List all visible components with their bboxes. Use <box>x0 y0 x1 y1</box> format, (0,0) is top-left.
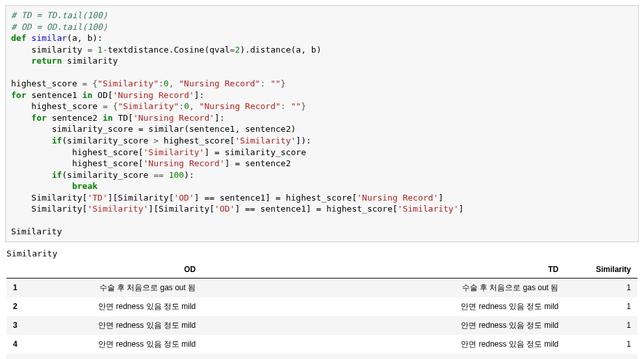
cell-sim: 0.189737 <box>565 354 638 359</box>
code-string: 'Nursing Record' <box>133 113 214 123</box>
code-string: 'Similarity' <box>235 136 296 145</box>
code-text: Similarity <box>11 227 62 236</box>
code-text: , <box>169 79 179 88</box>
code-text: highest_score <box>72 147 138 157</box>
code-keyword: return <box>31 56 62 66</box>
code-keyword: break <box>72 181 97 191</box>
code-text: = { <box>97 101 118 111</box>
code-string: 'Similarity' <box>144 147 205 157</box>
code-string: "Nursing Record" <box>200 101 281 111</box>
code-text: similarity_score <box>67 136 148 145</box>
code-text: ): <box>184 170 194 180</box>
code-text: ( <box>62 136 67 145</box>
code-text: [ <box>138 158 144 168</box>
code-keyword: in <box>83 90 93 100</box>
code-text: = { <box>77 79 97 88</box>
cell-sim: 1 <box>565 297 638 316</box>
code-text: = <box>83 45 97 55</box>
code-text: similarity_score <box>67 170 148 180</box>
code-string: 'Similarity' <box>398 204 459 214</box>
cell-od: 안면 redness 있음 정도 mild <box>36 335 202 354</box>
code-text: sentence2 <box>52 113 97 123</box>
code-string: "" <box>270 79 281 88</box>
code-text: } <box>281 79 286 88</box>
code-text: ][Similarity[ <box>148 204 214 214</box>
cell-td: 수술 후 처음으로 gas out 됨 <box>202 278 565 297</box>
code-text: ] == sentence1] = highest_score[ <box>235 204 397 214</box>
cell-td: 안면 redness 있음 정도 mild <box>202 335 565 354</box>
code-text: ] <box>225 158 230 168</box>
code-text: similarity <box>31 45 82 55</box>
code-keyword: def <box>11 33 26 43</box>
table-row: 3 안면 redness 있음 정도 mild 안면 redness 있음 정도… <box>6 316 638 335</box>
code-string: 'OD' <box>174 193 194 203</box>
code-text: ] <box>459 204 464 214</box>
code-text: : <box>179 101 184 111</box>
row-index: 2 <box>6 297 36 316</box>
code-string: "Similarity" <box>97 79 159 88</box>
code-text: highest_score <box>31 101 97 111</box>
code-string: "Similarity" <box>118 101 179 111</box>
code-text: textdistance.Cosine(qval <box>108 45 230 55</box>
code-keyword: if <box>52 170 62 180</box>
code-text: highest_score <box>11 79 77 88</box>
code-text: sentence1 <box>31 90 77 100</box>
code-number: 0 <box>164 79 169 88</box>
code-text: , <box>189 101 200 111</box>
similarity-table: OD TD Similarity 1 수술 후 처음으로 gas out 됨 수… <box>6 261 638 359</box>
col-od: OD <box>36 261 202 279</box>
code-text: ]: <box>214 113 225 123</box>
code-keyword: in <box>103 113 113 123</box>
code-text: = similarity_score <box>209 147 306 157</box>
cell-sim: 1 <box>565 335 638 354</box>
code-text: ] == sentence1] = highest_score[ <box>194 193 357 203</box>
code-text: Similarity[ <box>31 193 87 203</box>
code-string: 'Nursing Record' <box>357 193 438 203</box>
code-text: ]): <box>296 136 311 145</box>
table-row: 5 opwd C-PCD dressing 함 permanent cathet… <box>6 354 638 359</box>
row-index: 3 <box>6 316 36 335</box>
code-text: similarity_score <box>52 124 133 134</box>
code-cell: # TD = TD.tail(100) # OD = OD.tail(100) … <box>5 5 639 242</box>
code-text: ]: <box>194 90 205 100</box>
code-keyword: if <box>52 136 62 145</box>
row-index: 1 <box>6 278 36 297</box>
code-number: 0 <box>184 101 189 111</box>
code-number: 1 <box>97 45 103 55</box>
code-text: ).distance(a, b) <box>240 45 321 55</box>
col-similarity: Similarity <box>565 261 638 279</box>
code-text: > <box>148 136 163 145</box>
code-text: TD[ <box>118 113 133 123</box>
cell-od: opwd C-PCD dressing 함 <box>36 354 202 359</box>
code-text: : <box>281 101 286 111</box>
code-text: OD[ <box>97 90 112 100</box>
code-text: highest_score <box>164 136 230 145</box>
code-string: 'Similarity' <box>87 204 148 214</box>
code-text: = sentence2 <box>230 158 291 168</box>
cell-sim: 1 <box>565 278 638 297</box>
code-string: 'Nursing Record' <box>113 90 194 100</box>
code-text: ( <box>62 170 67 180</box>
code-number: 100 <box>169 170 184 180</box>
code-func-name: similar <box>31 33 67 43</box>
code-string: "" <box>291 101 302 111</box>
col-index <box>6 261 36 279</box>
code-text: ] <box>438 193 443 203</box>
row-index: 4 <box>6 335 36 354</box>
table-row: 2 안면 redness 있음 정도 mild 안면 redness 있음 정도… <box>6 297 638 316</box>
row-index: 5 <box>6 354 36 359</box>
code-comment: # OD = OD.tail(100) <box>11 22 108 32</box>
output-repr: Similarity <box>5 242 639 261</box>
code-string: 'OD' <box>214 204 235 214</box>
dataframe-output: OD TD Similarity 1 수술 후 처음으로 gas out 됨 수… <box>5 261 639 359</box>
cell-sim: 1 <box>565 316 638 335</box>
code-text: == <box>148 170 168 180</box>
code-text: Similarity[ <box>31 204 87 214</box>
code-comment: # TD = TD.tail(100) <box>11 10 108 20</box>
code-text: } <box>301 101 306 111</box>
code-text: (a, b): <box>67 33 103 43</box>
code-keyword: for <box>31 113 46 123</box>
code-text: = similar(sentence1, sentence2) <box>133 124 296 134</box>
cell-od: 수술 후 처음으로 gas out 됨 <box>36 278 202 297</box>
code-text: ][Similarity[ <box>108 193 174 203</box>
